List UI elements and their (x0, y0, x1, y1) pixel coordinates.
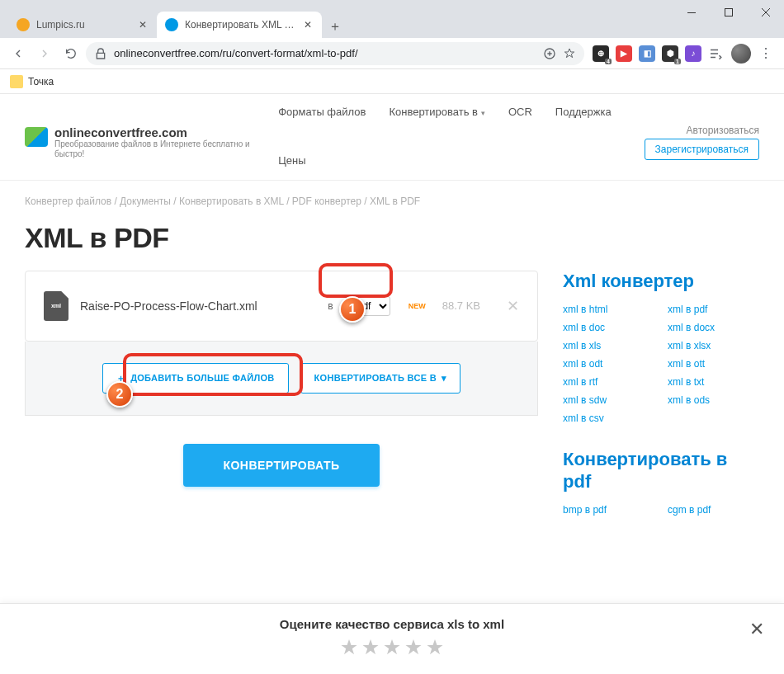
star-icon[interactable] (404, 638, 423, 658)
file-card: xml Raise-PO-Process-Flow-Chart.xml в pd… (25, 271, 538, 342)
chevron-down-icon: ▾ (481, 109, 485, 117)
breadcrumb-item[interactable]: Конвертер файлов (25, 196, 111, 207)
side-link[interactable]: xml в txt (668, 376, 759, 388)
reload-button[interactable] (59, 42, 83, 65)
side-link[interactable]: xml в doc (563, 322, 654, 333)
sidebar-links-pdf: bmp в pdf cgm в pdf (563, 504, 759, 516)
side-link[interactable]: xml в html (563, 304, 654, 315)
lock-icon (94, 47, 107, 60)
rating-close-button[interactable]: ✕ (749, 619, 764, 640)
rating-stars[interactable] (0, 638, 784, 658)
star-icon[interactable] (339, 638, 359, 658)
logo-name: onlineconvertfree.com (54, 125, 253, 139)
star-icon[interactable] (382, 638, 402, 658)
bookmarks-bar: Точка (0, 69, 784, 94)
rating-title: Оцените качество сервиса xls to xml (0, 617, 784, 631)
svg-rect-1 (725, 9, 732, 16)
register-button[interactable]: Зарегистрироваться (645, 139, 759, 160)
side-link[interactable]: xml в xlsx (668, 340, 759, 351)
login-link[interactable]: Авторизоваться (645, 125, 759, 136)
favicon-icon (17, 18, 30, 31)
tab-lumpics[interactable]: Lumpics.ru ✕ (8, 12, 157, 38)
address-bar[interactable]: onlineconvertfree.com/ru/convert-format/… (86, 42, 584, 65)
close-icon[interactable]: ✕ (302, 19, 314, 31)
tabstrip: Lumpics.ru ✕ Конвертировать XML в PDF он… (0, 8, 784, 38)
tab-onlineconvertfree[interactable]: Конвертировать XML в PDF онл ✕ (157, 12, 322, 38)
window-minimize[interactable] (673, 0, 710, 25)
breadcrumb-item[interactable]: XML в PDF (370, 196, 420, 207)
folder-icon (10, 75, 23, 88)
tab-title: Lumpics.ru (36, 19, 130, 31)
reading-list-icon[interactable] (708, 46, 723, 61)
nav-formats[interactable]: Форматы файлов (278, 106, 366, 131)
to-label: в (328, 300, 333, 312)
rating-bar: Оцените качество сервиса xls to xml ✕ (0, 603, 784, 674)
file-size: 88.7 KB (442, 299, 480, 312)
sidebar-links-xml: xml в html xml в pdf xml в doc xml в doc… (563, 304, 759, 424)
sidebar-heading-pdf: Конвертировать в pdf (563, 449, 759, 493)
file-name: Raise-PO-Process-Flow-Chart.xml (80, 299, 316, 313)
side-link[interactable]: cgm в pdf (668, 504, 759, 516)
convert-all-dropdown[interactable]: КОНВЕРТИРОВАТЬ ВСЕ В ▾ (300, 363, 461, 394)
chevron-down-icon: ▾ (442, 373, 446, 384)
side-link[interactable]: xml в docx (668, 322, 759, 333)
nav-ocr[interactable]: OCR (508, 106, 532, 131)
window-maximize[interactable] (710, 0, 747, 25)
new-badge: NEW (409, 302, 426, 310)
menu-button[interactable]: ⋮ (754, 42, 777, 65)
breadcrumb-item[interactable]: PDF конвертер (292, 196, 361, 207)
side-link[interactable]: xml в pdf (668, 304, 759, 315)
ext-icon[interactable]: ▶ (616, 45, 632, 62)
bookmark-item[interactable]: Точка (28, 76, 54, 87)
logo-icon (25, 127, 48, 147)
actions-block: ＋ ДОБАВИТЬ БОЛЬШЕ ФАЙЛОВ КОНВЕРТИРОВАТЬ … (25, 342, 538, 416)
page-title: XML в PDF (0, 215, 784, 271)
window-close[interactable] (747, 0, 784, 25)
svg-rect-0 (687, 12, 696, 13)
forward-button[interactable] (33, 42, 56, 65)
side-link[interactable]: xml в sdw (563, 394, 654, 406)
nav-prices[interactable]: Цены (278, 154, 305, 180)
side-link[interactable]: xml в rtf (563, 376, 654, 388)
breadcrumb-item[interactable]: Документы (120, 196, 171, 207)
side-link[interactable]: xml в xls (563, 340, 654, 351)
side-link[interactable]: xml в csv (563, 412, 654, 424)
ext-icon[interactable]: ♪ (685, 45, 701, 62)
ext-icon[interactable]: ⬢1 (662, 45, 678, 62)
breadcrumb: Конвертер файлов / Документы / Конвертир… (0, 181, 784, 215)
annotation-marker-2: 2 (106, 381, 133, 408)
logo-tagline: Преобразование файлов в Интернете беспла… (54, 139, 253, 159)
remove-file-button[interactable]: ✕ (507, 297, 519, 315)
profile-avatar[interactable] (731, 44, 751, 64)
back-button[interactable] (7, 42, 30, 65)
star-icon[interactable] (425, 638, 445, 658)
file-icon: xml (44, 291, 68, 321)
nav-convert-to[interactable]: Конвертировать в▾ (389, 106, 485, 131)
side-link[interactable]: bmp в pdf (563, 504, 654, 516)
ext-icon[interactable]: ⊕4 (593, 45, 609, 62)
new-tab-button[interactable]: ＋ (324, 15, 347, 38)
extensions: ⊕4 ▶ ◧ ⬢1 ♪ (588, 45, 728, 62)
url-text: onlineconvertfree.com/ru/convert-format/… (114, 47, 358, 59)
side-link[interactable]: xml в ott (668, 358, 759, 370)
side-link[interactable] (668, 412, 759, 424)
site-logo[interactable]: onlineconvertfree.com Преобразование фай… (25, 125, 253, 159)
favicon-icon (165, 18, 178, 31)
nav-support[interactable]: Поддержка (555, 106, 612, 131)
side-link[interactable]: xml в ods (668, 394, 759, 406)
breadcrumb-item[interactable]: Конвертировать в XML (179, 196, 284, 207)
side-link[interactable]: xml в odt (563, 358, 654, 370)
close-icon[interactable]: ✕ (137, 19, 149, 31)
tab-title: Конвертировать XML в PDF онл (185, 19, 295, 31)
sidebar-heading-xml: Xml конвертер (563, 271, 759, 292)
ext-icon[interactable]: ◧ (639, 45, 655, 62)
convert-button[interactable]: КОНВЕРТИРОВАТЬ (183, 444, 379, 487)
star-icon[interactable] (563, 47, 576, 60)
annotation-marker-1: 1 (339, 296, 366, 323)
install-icon[interactable] (543, 47, 556, 60)
star-icon[interactable] (361, 638, 380, 658)
